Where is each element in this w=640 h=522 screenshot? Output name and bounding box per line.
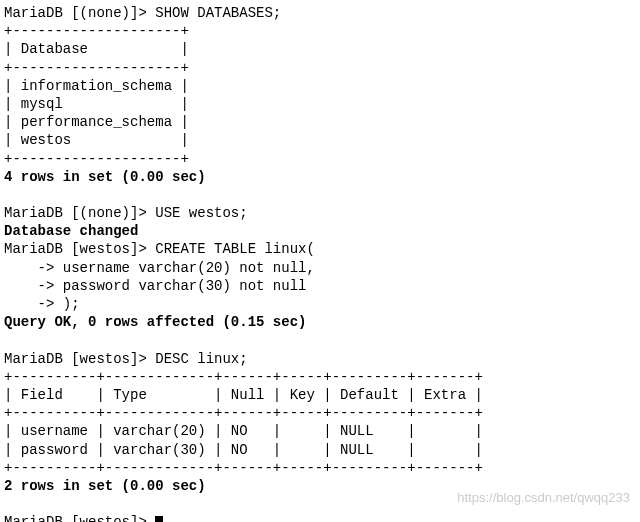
terminal-line: MariaDB [westos]> DESC linux; — [4, 350, 640, 368]
table-border: +--------------------+ — [4, 59, 640, 77]
table-header: | Database | — [4, 40, 640, 58]
table-row: | username | varchar(20) | NO | | NULL |… — [4, 422, 640, 440]
table-row: | mysql | — [4, 95, 640, 113]
terminal-line: -> ); — [4, 295, 640, 313]
table-border: +----------+-------------+------+-----+-… — [4, 459, 640, 477]
result-footer: 4 rows in set (0.00 sec) — [4, 168, 640, 186]
table-header: | Field | Type | Null | Key | Default | … — [4, 386, 640, 404]
table-row: | westos | — [4, 131, 640, 149]
result-text: Query OK, 0 rows affected (0.15 sec) — [4, 313, 640, 331]
cursor-icon — [155, 516, 163, 522]
terminal-line: MariaDB [(none)]> USE westos; — [4, 204, 640, 222]
result-text: Database changed — [4, 222, 640, 240]
table-border: +--------------------+ — [4, 150, 640, 168]
table-row: | information_schema | — [4, 77, 640, 95]
table-row: | performance_schema | — [4, 113, 640, 131]
prompt-text: MariaDB [westos]> — [4, 514, 155, 522]
table-border: +----------+-------------+------+-----+-… — [4, 404, 640, 422]
blank-line — [4, 331, 640, 349]
terminal-line: MariaDB [westos]> CREATE TABLE linux( — [4, 240, 640, 258]
watermark-text: https://blog.csdn.net/qwqq233 — [457, 490, 630, 507]
terminal-line: MariaDB [(none)]> SHOW DATABASES; — [4, 4, 640, 22]
terminal-prompt[interactable]: MariaDB [westos]> — [4, 513, 640, 522]
terminal-line: -> username varchar(20) not null, — [4, 259, 640, 277]
table-row: | password | varchar(30) | NO | | NULL |… — [4, 441, 640, 459]
table-border: +----------+-------------+------+-----+-… — [4, 368, 640, 386]
terminal-line: -> password varchar(30) not null — [4, 277, 640, 295]
table-border: +--------------------+ — [4, 22, 640, 40]
blank-line — [4, 186, 640, 204]
